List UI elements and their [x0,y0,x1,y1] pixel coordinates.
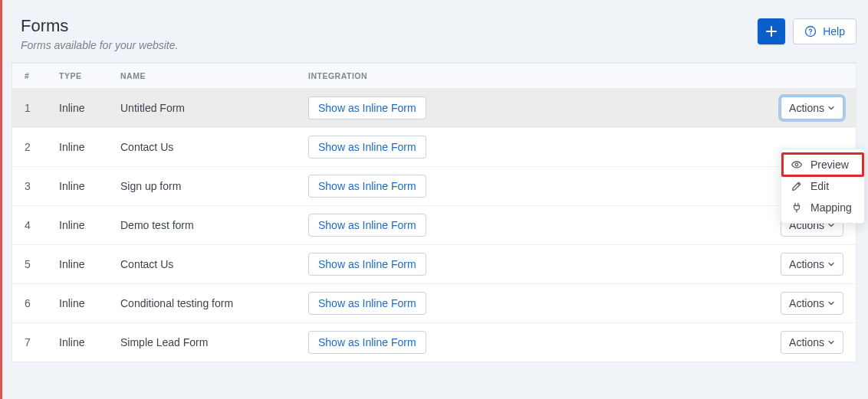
page-subtitle: Forms available for your website. [21,39,178,51]
row-name: Conditional testing form [120,297,308,309]
row-num: 7 [25,336,59,348]
actions-button[interactable]: Actions [781,96,843,119]
page-header: Forms Forms available for your website. … [12,15,856,63]
row-type: Inline [59,219,120,231]
col-header-integration: INTEGRATION [308,71,759,80]
dropdown-item-label: Mapping [810,201,852,214]
eye-icon [791,159,803,171]
col-header-num: # [25,71,59,80]
row-name: Demo test form [120,219,308,231]
row-num: 5 [25,258,59,270]
help-label: Help [823,25,845,38]
actions-label: Actions [789,336,824,348]
row-num: 2 [25,141,59,153]
table-row: 2InlineContact UsShow as Inline Form [12,128,856,167]
dropdown-item-edit[interactable]: Edit [781,175,864,197]
show-inline-form-button[interactable]: Show as Inline Form [308,136,426,159]
row-type: Inline [59,258,120,270]
col-header-name: NAME [120,71,308,80]
svg-point-1 [810,33,811,34]
row-type: Inline [59,297,120,309]
pencil-icon [791,180,803,192]
dropdown-item-preview[interactable]: Preview [781,152,864,177]
table-row: 5InlineContact UsShow as Inline FormActi… [12,245,856,284]
row-name: Sign up form [120,180,308,192]
add-button[interactable] [758,18,785,44]
table-header: # TYPE NAME INTEGRATION [12,63,856,89]
row-num: 3 [25,180,59,192]
row-type: Inline [59,102,120,114]
plug-icon [791,201,803,214]
table-row: 3InlineSign up formShow as Inline Form [12,167,856,206]
row-num: 1 [25,102,59,114]
actions-dropdown: PreviewEditMapping [781,149,865,224]
actions-button[interactable]: Actions [781,331,843,354]
actions-label: Actions [789,258,824,270]
table-row: 1InlineUntitled FormShow as Inline FormA… [12,89,856,128]
row-name: Untitled Form [120,102,308,114]
dropdown-item-label: Preview [810,159,849,171]
table-row: 6InlineConditional testing formShow as I… [12,284,856,323]
row-type: Inline [59,336,120,348]
dropdown-item-label: Edit [810,180,829,192]
actions-button[interactable]: Actions [781,292,843,315]
chevron-down-icon [827,338,835,346]
actions-label: Actions [789,297,824,309]
show-inline-form-button[interactable]: Show as Inline Form [308,214,426,237]
actions-button[interactable]: Actions [781,253,843,276]
row-type: Inline [59,180,120,192]
page-title: Forms [21,15,178,38]
actions-label: Actions [789,102,824,114]
chevron-down-icon [827,299,835,307]
show-inline-form-button[interactable]: Show as Inline Form [308,96,426,119]
show-inline-form-button[interactable]: Show as Inline Form [308,331,426,354]
show-inline-form-button[interactable]: Show as Inline Form [308,253,426,276]
row-num: 4 [25,219,59,231]
svg-point-2 [795,163,798,166]
plus-icon [765,25,778,38]
row-num: 6 [25,297,59,309]
show-inline-form-button[interactable]: Show as Inline Form [308,175,426,198]
row-name: Simple Lead Form [120,336,308,348]
dropdown-item-mapping[interactable]: Mapping [781,197,864,218]
chevron-down-icon [827,260,835,268]
help-icon [804,25,817,38]
row-type: Inline [59,141,120,153]
help-button[interactable]: Help [793,18,856,44]
chevron-down-icon [827,104,835,112]
left-accent-bar [0,0,2,399]
row-name: Contact Us [120,258,308,270]
table-row: 7InlineSimple Lead FormShow as Inline Fo… [12,323,856,361]
forms-table: # TYPE NAME INTEGRATION 1InlineUntitled … [12,63,856,362]
show-inline-form-button[interactable]: Show as Inline Form [308,292,426,315]
row-name: Contact Us [120,141,308,153]
table-row: 4InlineDemo test formShow as Inline Form… [12,206,856,245]
col-header-type: TYPE [59,71,120,80]
